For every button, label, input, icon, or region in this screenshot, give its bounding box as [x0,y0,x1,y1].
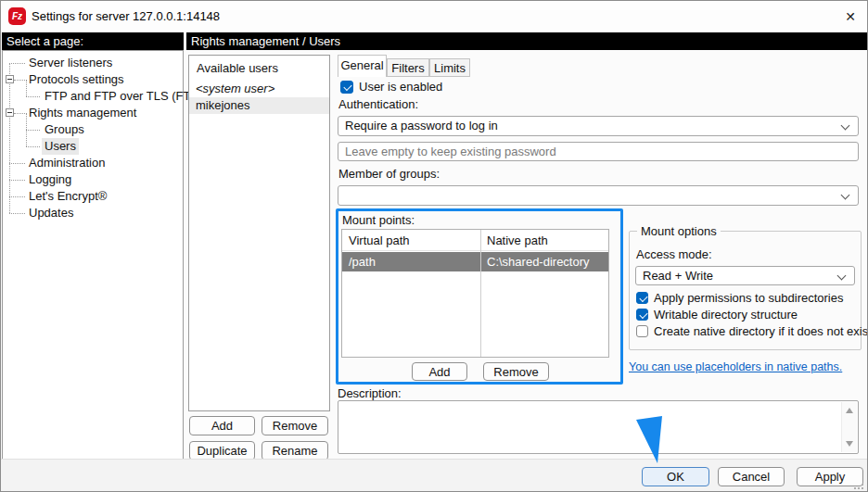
mount-points-label: Mount points: [342,213,415,227]
mount-points-table: Virtual path Native path /path C:\shared… [341,229,609,358]
apply-permissions-row: Apply permissions to subdirectories [636,291,843,305]
scroll-down-icon[interactable] [846,441,853,447]
mount-add-button[interactable]: Add [412,362,467,381]
apply-button[interactable]: Apply [797,467,863,486]
user-item-system[interactable]: <system user> [189,81,329,97]
user-remove-button[interactable]: Remove [262,416,328,435]
scroll-up-icon[interactable] [846,408,853,413]
chevron-down-icon [841,121,850,131]
tree-item-administration[interactable]: Administration [3,155,183,171]
page-breadcrumb-header: Rights management / Users [186,32,868,50]
mount-point-row[interactable]: /path C:\shared-directory [342,252,608,271]
tree-item-users[interactable]: Users [3,138,183,155]
filezilla-server-icon: Fz [8,7,26,25]
available-users-list: Available users <system user> mikejones [188,55,330,411]
settings-window: Fz Settings for server 127.0.0.1:14148 ✕… [0,0,868,492]
tree-item-ftp-ftps[interactable]: FTP and FTP over TLS (FTPS) [3,88,183,105]
user-enabled-label: User is enabled [359,80,442,94]
password-field[interactable] [338,142,859,161]
member-of-groups-select[interactable] [338,185,859,206]
window-title: Settings for server 127.0.0.1:14148 [32,1,220,32]
user-item-mikejones[interactable]: mikejones [189,97,329,114]
collapse-minus-icon[interactable] [6,108,14,117]
title-bar: Fz Settings for server 127.0.0.1:14148 ✕ [1,1,867,32]
cancel-button[interactable]: Cancel [718,467,785,486]
tree-item-logging[interactable]: Logging [3,171,183,188]
user-duplicate-button[interactable]: Duplicate [189,441,255,460]
resize-grip[interactable] [862,487,863,489]
chevron-down-icon [837,271,847,281]
chevron-down-icon [841,191,850,200]
writable-structure-row: Writable directory structure [636,308,798,322]
description-textarea[interactable] [338,400,859,454]
scrollbar[interactable] [841,402,857,452]
tree-item-protocols-settings[interactable]: Protocols settings [3,71,183,88]
tab-filters[interactable]: Filters [387,58,429,77]
mount-table-header: Virtual path Native path [342,230,608,251]
ok-button[interactable]: OK [642,467,709,486]
access-mode-label: Access mode: [636,247,712,261]
user-enabled-checkbox[interactable] [340,81,353,94]
collapse-minus-icon[interactable] [6,75,14,83]
tree-item-groups[interactable]: Groups [3,121,183,138]
available-users-title: Available users [189,56,329,81]
tab-limits[interactable]: Limits [429,58,470,77]
tree-item-lets-encrypt[interactable]: Let's Encrypt® [3,188,183,205]
virtual-path-cell: /path [342,252,480,271]
user-add-button[interactable]: Add [189,416,255,435]
access-mode-select[interactable]: Read + Write [635,266,855,285]
member-of-groups-label: Member of groups: [338,167,440,181]
create-native-directory-row: Create native directory if it does not e… [636,324,868,338]
mount-options-legend: Mount options [637,224,721,238]
authentication-select[interactable]: Require a password to log in [338,116,859,136]
placeholders-link[interactable]: You can use placeholders in native paths… [629,360,842,373]
column-divider [480,230,481,357]
apply-permissions-checkbox[interactable] [636,292,648,304]
tab-general[interactable]: General [338,55,387,77]
writable-structure-checkbox[interactable] [636,309,648,321]
tree-item-updates[interactable]: Updates [3,205,183,221]
native-path-cell: C:\shared-directory [480,252,590,271]
select-page-header: Select a page: [2,32,184,50]
user-enabled-row: User is enabled [340,80,442,94]
virtual-path-column-header[interactable]: Virtual path [342,230,480,250]
close-icon[interactable]: ✕ [839,6,862,28]
create-native-directory-checkbox[interactable] [636,325,648,337]
page-tree-panel: Server listeners Protocols settings FTP … [2,50,184,460]
authentication-label: Authentication: [338,97,418,111]
mount-remove-button[interactable]: Remove [483,362,549,381]
tree-item-rights-management[interactable]: Rights management [3,105,183,121]
native-path-column-header[interactable]: Native path [480,230,548,250]
user-rename-button[interactable]: Rename [262,441,328,460]
tree-item-server-listeners[interactable]: Server listeners [3,55,183,71]
description-label: Description: [338,386,402,400]
